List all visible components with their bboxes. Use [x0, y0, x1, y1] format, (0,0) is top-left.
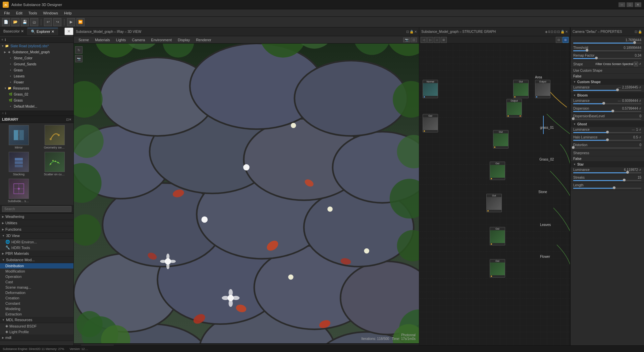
- lib-item-operation[interactable]: Operation: [0, 274, 73, 279]
- graph-btn-4[interactable]: ⊡: [554, 30, 556, 34]
- thumb-subdivide[interactable]: Subdivide... scattering: [1, 178, 36, 203]
- tree-item-default-model[interactable]: ▪ Default Model...: [0, 103, 73, 109]
- prop-halo-lum-slider[interactable]: [573, 140, 641, 141]
- vp-tool-rotate[interactable]: ↻: [75, 46, 83, 54]
- graph-view-btn-2[interactable]: ⊞: [562, 37, 569, 43]
- gnode-l-7[interactable]: Out: [490, 227, 505, 245]
- tree-item-leaves[interactable]: ▪ Leaves: [0, 73, 73, 79]
- lib-section-substance-mod[interactable]: ▼ Substance Mod...: [0, 257, 73, 263]
- lib-item-constant[interactable]: Constant: [0, 301, 73, 306]
- props-lock-btn[interactable]: 🔒: [638, 30, 642, 34]
- tree-item-grass02[interactable]: 🌿 Grass_02: [0, 91, 73, 97]
- gnode-r2-5[interactable]: Output: [506, 99, 522, 117]
- thumb-mirror[interactable]: Mirror: [1, 124, 36, 150]
- vp-menu-camera[interactable]: Camera: [129, 37, 148, 43]
- lib-item-distribution[interactable]: Distribution: [0, 263, 73, 269]
- lib-section-weathering[interactable]: ▶ Weathering: [0, 214, 73, 220]
- vp-menu-scene[interactable]: Scene: [76, 37, 92, 43]
- prop-dispersion-btn[interactable]: ↺: [639, 107, 641, 110]
- lib-item-extraction[interactable]: Extraction: [0, 311, 73, 317]
- prop-ghost-lum-slider[interactable]: [573, 132, 641, 133]
- lib-section-functions[interactable]: ▶ Functions: [0, 226, 73, 233]
- lib-item-scene-manag[interactable]: Scene manag...: [0, 285, 73, 290]
- cook-button[interactable]: ▶: [67, 18, 75, 26]
- window-controls[interactable]: ─ □ ✕: [619, 2, 641, 7]
- prop-bloom-lum-slider[interactable]: [573, 103, 641, 104]
- prop-dispersion-slider[interactable]: [573, 111, 641, 112]
- menu-windows[interactable]: Windows: [40, 10, 61, 16]
- vp-menu-renderer[interactable]: Renderer: [193, 37, 214, 43]
- redo-button[interactable]: ↪: [53, 18, 61, 26]
- explorer-toolbar-add[interactable]: +: [1, 38, 3, 42]
- lib-item-modification[interactable]: Modification: [0, 269, 73, 274]
- graph-tb-2[interactable]: ▷: [427, 37, 433, 43]
- prop-ghost-lum-reset[interactable]: —: [631, 128, 635, 131]
- panel-close-button[interactable]: ✕: [64, 27, 73, 35]
- graph-tb-4[interactable]: ⊞: [441, 37, 447, 43]
- viewport-float-button[interactable]: ⊡: [406, 30, 409, 34]
- lib-item-measured-bsdf[interactable]: ◈ Measured BSDF: [0, 323, 73, 329]
- viewport-lock-button[interactable]: 🔒: [410, 30, 414, 34]
- graph-btn-1[interactable]: ◈: [545, 30, 548, 34]
- prop-shape-reset-btn[interactable]: ↺: [639, 62, 641, 66]
- graph-tb-1[interactable]: ◁: [421, 37, 427, 43]
- vp-side-btn-2[interactable]: ⊡: [411, 38, 417, 42]
- viewport-canvas[interactable]: ↻ 📷 Photoreal Iterations: 118/500 Time: …: [74, 44, 419, 343]
- tree-item-flower[interactable]: ▪ Flower: [0, 79, 73, 85]
- vp-menu-lights[interactable]: Lights: [113, 37, 128, 43]
- prop-star-lum-slider[interactable]: [573, 172, 641, 173]
- section-bloom[interactable]: ▼ Bloom: [571, 93, 644, 98]
- prop-threshold-slider[interactable]: [573, 50, 641, 51]
- save-button[interactable]: 💾: [21, 18, 29, 26]
- graph-lock-btn[interactable]: 🔒: [560, 30, 565, 34]
- lib-item-deformation[interactable]: Deformation: [0, 290, 73, 295]
- prop-bloom-lum-btn[interactable]: ↺: [639, 99, 641, 103]
- gnode-f-7[interactable]: Out: [490, 259, 505, 278]
- vp-menu-materials[interactable]: Materials: [92, 37, 113, 43]
- lib-item-light-profile[interactable]: ◈ Light Profile: [0, 329, 73, 335]
- menu-file[interactable]: File: [1, 10, 13, 16]
- prop-streaks-slider[interactable]: [573, 180, 641, 181]
- graph-btn-3[interactable]: ⊡: [550, 30, 553, 34]
- cook-all-button[interactable]: ⏩: [76, 18, 85, 26]
- prop-length-slider[interactable]: [573, 188, 641, 189]
- gnode-right-2[interactable]: Output: [535, 80, 550, 98]
- graph-close-btn[interactable]: ✕: [565, 30, 568, 34]
- library-close-button[interactable]: ✕: [69, 118, 71, 121]
- section-custom-shape[interactable]: ▼ Custom Shape: [571, 79, 644, 85]
- prop-luminance-custom-btn[interactable]: ↺: [639, 86, 641, 89]
- lib-item-hdri-environ[interactable]: 🌐 HDRI Environ...: [0, 239, 73, 245]
- menu-help[interactable]: Help: [61, 10, 74, 16]
- thumb-stacking[interactable]: Stacking: [1, 151, 36, 177]
- tab-explorer[interactable]: 🔍 Explorer ✕: [28, 28, 58, 35]
- explorer-toolbar-info[interactable]: ℹ: [5, 38, 6, 42]
- gnode-s-7[interactable]: Out: [486, 194, 502, 212]
- section-star[interactable]: ▼ Star: [571, 162, 644, 167]
- undo-button[interactable]: ↩: [44, 18, 52, 26]
- tree-item-graph[interactable]: ▶ ◈ Substance_Model_graph: [0, 49, 73, 55]
- tree-root-file[interactable]: ▼ 📁 Slate Road (stylized).sbs*: [0, 43, 73, 49]
- tree-item-ground-sands[interactable]: ▪ Ground_Sands: [0, 61, 73, 67]
- lib-section-3dview[interactable]: ▼ 3D View: [0, 233, 73, 239]
- minimize-button[interactable]: ─: [619, 2, 625, 7]
- prop-star-lum-btn[interactable]: ↺: [639, 168, 641, 172]
- gnode-area-4[interactable]: Out: [513, 80, 529, 98]
- close-button[interactable]: ✕: [635, 2, 641, 7]
- lib-section-mdl[interactable]: ▼ MDL Resources: [0, 317, 73, 323]
- gnode-g2-7[interactable]: Out: [490, 162, 505, 180]
- prop-dbl-slider[interactable]: [573, 119, 641, 120]
- thumb-geometry-sweep[interactable]: Geometry sweep: [38, 124, 72, 150]
- lib-item-creation[interactable]: Creation: [0, 295, 73, 301]
- prop-ghost-lum-btn[interactable]: ↺: [639, 128, 641, 131]
- lib-item-hdri-tools[interactable]: 🔧 HDRI Tools: [0, 245, 73, 250]
- tab-basecolor[interactable]: Basecolor ✕: [0, 28, 28, 35]
- menu-tools[interactable]: Tools: [26, 10, 40, 16]
- prop-distortion-slider[interactable]: [573, 148, 641, 149]
- gnode-left-3[interactable]: Normal: [423, 80, 438, 98]
- new-button[interactable]: 📄: [2, 18, 10, 26]
- section-ghost[interactable]: ▼ Ghost: [571, 121, 644, 127]
- open-button[interactable]: 📂: [11, 18, 19, 26]
- vp-menu-display[interactable]: Display: [175, 37, 193, 43]
- props-float-btn[interactable]: ⊡: [635, 30, 637, 34]
- graph-float-btn[interactable]: ⊡: [557, 30, 560, 34]
